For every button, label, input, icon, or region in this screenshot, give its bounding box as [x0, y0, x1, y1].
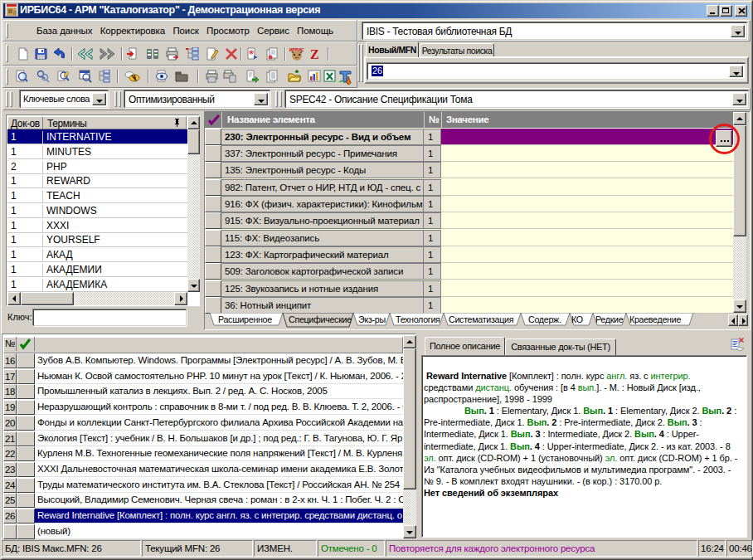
- svg-text:Специфические: Специфические: [289, 314, 352, 324]
- svg-text:Краеведение: Краеведение: [629, 314, 681, 324]
- svg-text:КО: КО: [571, 314, 583, 324]
- svg-text:Z: Z: [310, 47, 319, 61]
- svg-text:Экз-ры: Экз-ры: [358, 314, 386, 324]
- svg-text:Редкие: Редкие: [595, 314, 624, 324]
- svg-text:Расширенное: Расширенное: [218, 314, 272, 324]
- svg-text:Систематизация: Систематизация: [449, 314, 514, 324]
- svg-text:Содерж.: Содерж.: [528, 314, 561, 324]
- svg-text:Технология: Технология: [396, 314, 440, 324]
